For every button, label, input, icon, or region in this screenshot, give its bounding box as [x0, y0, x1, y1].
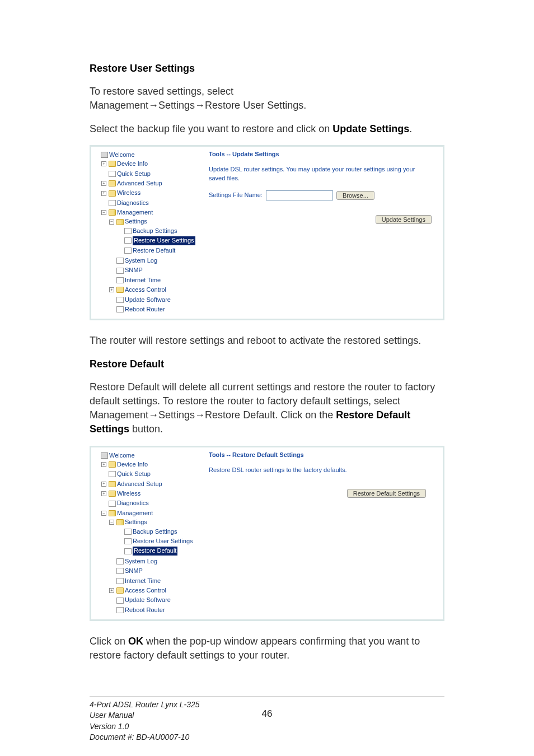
page-icon: [116, 568, 124, 574]
folder-icon: [109, 190, 116, 197]
tree-item-quick-setup[interactable]: Quick Setup: [101, 170, 200, 178]
collapse-icon[interactable]: −: [109, 220, 114, 225]
page-icon: [116, 607, 124, 613]
tree-label: Internet Time: [125, 577, 161, 585]
tree-label: Advanced Setup: [117, 480, 162, 488]
collapse-icon[interactable]: −: [101, 511, 106, 516]
tree-label: System Log: [125, 256, 157, 265]
tree-label: Settings: [125, 217, 147, 226]
tree-item-device-info[interactable]: +Device Info: [101, 160, 200, 168]
tree-label: Welcome: [109, 451, 135, 460]
tree-label: SNMP: [125, 266, 143, 274]
tree-item-access-control[interactable]: +Access Control: [109, 286, 200, 294]
paragraph: Select the backup file you want to resto…: [90, 122, 444, 136]
page-icon: [124, 248, 132, 254]
expand-icon[interactable]: +: [101, 181, 106, 186]
tree-item-device-info[interactable]: +Device Info: [101, 460, 200, 469]
tree-item-system-log[interactable]: System Log: [109, 557, 200, 566]
expand-icon[interactable]: +: [101, 191, 106, 196]
tree-item-update-software[interactable]: Update Software: [109, 596, 200, 604]
page-icon: [124, 237, 132, 244]
paragraph: To restore saved settings, select Manage…: [90, 85, 444, 113]
folder-open-icon: [109, 510, 116, 516]
restore-default-button[interactable]: Restore Default Settings: [347, 489, 426, 498]
collapse-icon[interactable]: −: [109, 520, 114, 525]
tree-item-advanced-setup[interactable]: +Advanced Setup: [101, 179, 200, 188]
tree-item-backup[interactable]: Backup Settings: [117, 528, 200, 536]
tree-item-diagnostics[interactable]: Diagnostics: [101, 199, 200, 207]
footer-separator: [90, 697, 444, 697]
tree-label: Diagnostics: [117, 199, 149, 207]
tree-item-internet-time[interactable]: Internet Time: [109, 276, 200, 284]
tree-item-settings[interactable]: −Settings: [109, 217, 200, 226]
folder-icon: [116, 587, 124, 594]
folder-open-icon: [109, 209, 116, 216]
page-icon: [124, 548, 132, 554]
tree-item-update-software[interactable]: Update Software: [109, 296, 200, 304]
tree-label: Management: [117, 208, 153, 217]
settings-file-input[interactable]: [266, 190, 333, 200]
expand-icon[interactable]: +: [101, 161, 106, 166]
section-heading: Restore Default: [90, 357, 444, 371]
nav-tree: Welcome +Device Info Quick Setup +Advanc…: [91, 147, 203, 319]
tree-label: Backup Settings: [133, 227, 177, 235]
root-icon: [101, 452, 108, 459]
expand-icon[interactable]: +: [101, 491, 106, 496]
tree-item-snmp[interactable]: SNMP: [109, 266, 200, 274]
text-bold: Update Settings: [332, 123, 409, 134]
tree-item-reboot-router[interactable]: Reboot Router: [109, 606, 200, 614]
tree-item-wireless[interactable]: +Wireless: [101, 489, 200, 498]
expand-icon[interactable]: +: [101, 462, 106, 467]
text-bold: OK: [128, 636, 143, 647]
tree-item-management[interactable]: −Management: [101, 509, 200, 517]
pane-title: Tools -- Update Settings: [209, 150, 432, 158]
tree-item-restore-default[interactable]: Restore Default: [117, 547, 200, 555]
expand-icon[interactable]: +: [109, 287, 114, 292]
tree-label: Wireless: [117, 189, 140, 197]
tree-item-reboot-router[interactable]: Reboot Router: [109, 305, 200, 314]
folder-icon: [109, 491, 116, 497]
tree-label: Device Info: [117, 460, 148, 469]
tree-label: Advanced Setup: [117, 179, 162, 188]
folder-icon: [109, 481, 116, 487]
tree-label: Restore User Settings: [133, 537, 193, 545]
tree-label: System Log: [125, 557, 157, 566]
tree-item-quick-setup[interactable]: Quick Setup: [101, 470, 200, 478]
folder-open-icon: [116, 219, 124, 225]
page-icon: [116, 558, 124, 564]
page-icon: [116, 277, 124, 283]
tree-item-management[interactable]: −Management: [101, 208, 200, 217]
expand-icon[interactable]: +: [101, 482, 106, 487]
tree-label: Welcome: [109, 151, 135, 159]
tree-item-restore-user[interactable]: Restore User Settings: [117, 537, 200, 545]
text: Click on: [90, 636, 128, 647]
tree-label-selected: Restore User Settings: [133, 236, 195, 245]
tree-label: Quick Setup: [117, 170, 151, 178]
tree-item-restore-default[interactable]: Restore Default: [117, 246, 200, 255]
paragraph: Restore Default will delete all current …: [90, 380, 444, 437]
nav-tree: Welcome +Device Info Quick Setup +Advanc…: [91, 447, 203, 620]
collapse-icon[interactable]: −: [101, 210, 106, 215]
footer-line: Version 1.0: [90, 721, 444, 732]
tree-item-wireless[interactable]: +Wireless: [101, 189, 200, 197]
tree-item-advanced-setup[interactable]: +Advanced Setup: [101, 480, 200, 488]
tree-label: Internet Time: [125, 276, 161, 284]
tree-item-snmp[interactable]: SNMP: [109, 567, 200, 575]
pane-title: Tools -- Restore Default Settings: [209, 451, 426, 459]
tree-item-backup[interactable]: Backup Settings: [117, 227, 200, 235]
tree-item-restore-user[interactable]: Restore User Settings: [117, 236, 200, 245]
tree-label: Backup Settings: [133, 528, 177, 536]
tree-item-system-log[interactable]: System Log: [109, 256, 200, 265]
tree-item-diagnostics[interactable]: Diagnostics: [101, 499, 200, 507]
pane-description: Update DSL router settings. You may upda…: [209, 165, 432, 183]
browse-button[interactable]: Browse...: [336, 191, 374, 200]
tree-label: Reboot Router: [125, 606, 165, 614]
content-pane: Tools -- Update Settings Update DSL rout…: [203, 147, 443, 319]
text: button.: [129, 423, 163, 435]
text: Management→Settings→Restore User Setting…: [90, 100, 306, 111]
tree-item-internet-time[interactable]: Internet Time: [109, 577, 200, 585]
update-settings-button[interactable]: Update Settings: [376, 215, 432, 224]
expand-icon[interactable]: +: [109, 588, 114, 593]
tree-item-access-control[interactable]: +Access Control: [109, 586, 200, 595]
tree-item-settings[interactable]: −Settings: [109, 518, 200, 526]
